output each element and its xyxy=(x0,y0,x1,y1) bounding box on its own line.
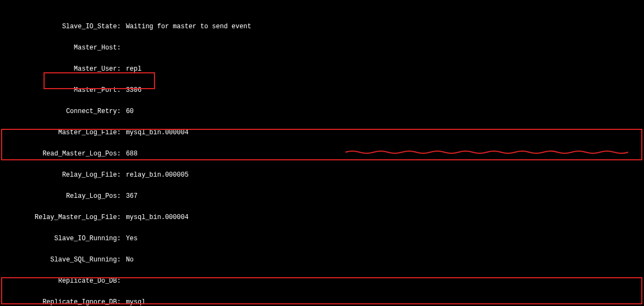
value-replicate-do-db xyxy=(125,278,126,285)
label-read-master-log-pos: Read_Master_Log_Pos xyxy=(0,151,117,158)
value-replicate-ignore-db: mysql xyxy=(125,299,145,306)
label-replicate-ignore-db: Replicate_Ignore_DB xyxy=(0,299,117,306)
value-master-user: repl xyxy=(125,66,141,73)
label-relay-master-log-file: Relay_Master_Log_File xyxy=(0,214,117,221)
label-slave-io-running: Slave_IO_Running xyxy=(0,235,117,242)
value-read-master-log-pos: 688 xyxy=(125,151,138,158)
label-relay-log-file: Relay_Log_File xyxy=(0,172,117,179)
label-master-user: Master_User xyxy=(0,66,117,73)
label-relay-log-pos: Relay_Log_Pos xyxy=(0,193,117,200)
value-master-log-file: mysql_bin.000004 xyxy=(125,129,188,136)
value-master-port: 3306 xyxy=(125,87,141,94)
value-slave-io-state: Waiting for master to send event xyxy=(125,23,251,30)
label-master-log-file: Master_Log_File xyxy=(0,129,117,136)
terminal-output: Slave_IO_State: Waiting for master to se… xyxy=(0,0,644,306)
label-slave-sql-running: Slave_SQL_Running xyxy=(0,257,117,264)
label-connect-retry: Connect_Retry xyxy=(0,108,117,115)
value-slave-sql-running: No xyxy=(125,257,133,264)
value-connect-retry: 60 xyxy=(125,108,133,115)
label-master-port: Master_Port xyxy=(0,87,117,94)
value-relay-log-pos: 367 xyxy=(125,193,138,200)
label-master-host: Master_Host xyxy=(0,45,117,52)
label-slave-io-state: Slave_IO_State xyxy=(0,23,117,30)
value-master-host xyxy=(125,45,126,52)
value-relay-master-log-file: mysql_bin.000004 xyxy=(125,214,188,221)
value-slave-io-running: Yes xyxy=(125,235,138,242)
value-relay-log-file: relay_bin.000005 xyxy=(125,172,188,179)
label-replicate-do-db: Replicate_Do_DB xyxy=(0,278,117,285)
